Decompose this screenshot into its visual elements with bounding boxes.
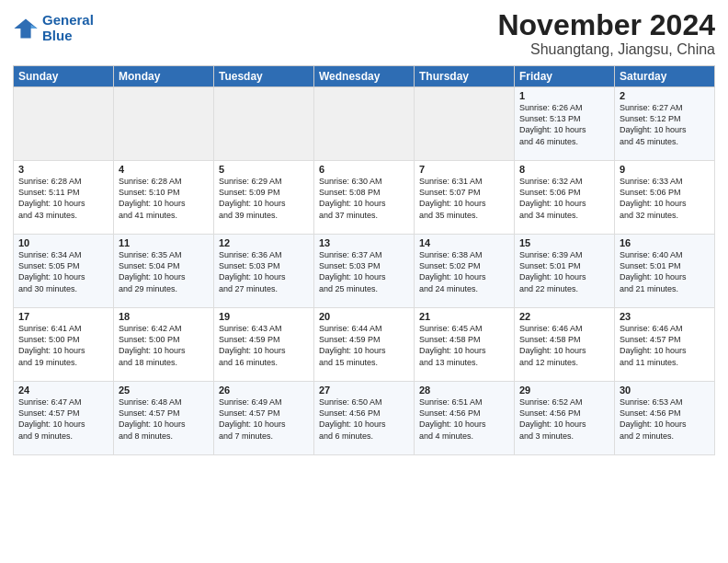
calendar-cell [14,87,114,161]
day-number: 18 [119,311,209,322]
day-number: 23 [620,311,710,322]
day-number: 6 [319,164,409,175]
day-info: Sunrise: 6:49 AM Sunset: 4:57 PM Dayligh… [219,396,309,442]
day-number: 11 [119,237,209,248]
calendar-cell: 23Sunrise: 6:46 AM Sunset: 4:57 PM Dayli… [615,308,715,382]
calendar-week-1: 3Sunrise: 6:28 AM Sunset: 5:11 PM Daylig… [14,161,715,235]
day-number: 20 [319,311,409,322]
calendar-cell: 3Sunrise: 6:28 AM Sunset: 5:11 PM Daylig… [14,161,114,235]
day-info: Sunrise: 6:32 AM Sunset: 5:06 PM Dayligh… [519,176,609,221]
day-number: 29 [519,385,609,396]
calendar-body: 1Sunrise: 6:26 AM Sunset: 5:13 PM Daylig… [14,87,715,455]
day-number: 17 [18,311,108,322]
calendar-cell: 24Sunrise: 6:47 AM Sunset: 4:57 PM Dayli… [14,382,114,455]
day-info: Sunrise: 6:53 AM Sunset: 4:56 PM Dayligh… [620,396,710,442]
header: General Blue November 2024 Shuangtang, J… [13,9,715,58]
day-number: 10 [18,237,108,248]
day-number: 4 [119,164,209,175]
calendar-cell: 14Sunrise: 6:38 AM Sunset: 5:02 PM Dayli… [415,235,515,308]
calendar-cell: 2Sunrise: 6:27 AM Sunset: 5:12 PM Daylig… [615,87,715,161]
logo-text: General Blue [42,13,94,43]
day-info: Sunrise: 6:47 AM Sunset: 4:57 PM Dayligh… [18,396,108,442]
day-info: Sunrise: 6:46 AM Sunset: 4:57 PM Dayligh… [620,323,710,368]
header-sunday: Sunday [14,66,114,87]
day-number: 26 [219,385,309,396]
day-info: Sunrise: 6:52 AM Sunset: 4:56 PM Dayligh… [519,396,609,442]
day-info: Sunrise: 6:35 AM Sunset: 5:04 PM Dayligh… [119,249,209,294]
calendar-cell: 17Sunrise: 6:41 AM Sunset: 5:00 PM Dayli… [14,308,114,382]
day-number: 7 [419,164,509,175]
calendar-cell: 7Sunrise: 6:31 AM Sunset: 5:07 PM Daylig… [415,161,515,235]
calendar-cell: 13Sunrise: 6:37 AM Sunset: 5:03 PM Dayli… [314,235,415,308]
header-friday: Friday [515,66,615,87]
calendar-cell: 5Sunrise: 6:29 AM Sunset: 5:09 PM Daylig… [214,161,314,235]
calendar-cell: 28Sunrise: 6:51 AM Sunset: 4:56 PM Dayli… [415,382,515,455]
calendar-cell: 18Sunrise: 6:42 AM Sunset: 5:00 PM Dayli… [114,308,214,382]
calendar-week-2: 10Sunrise: 6:34 AM Sunset: 5:05 PM Dayli… [14,235,715,308]
calendar-cell: 9Sunrise: 6:33 AM Sunset: 5:06 PM Daylig… [615,161,715,235]
calendar-cell: 25Sunrise: 6:48 AM Sunset: 4:57 PM Dayli… [114,382,214,455]
header-row: Sunday Monday Tuesday Wednesday Thursday… [14,66,715,87]
calendar-container: General Blue November 2024 Shuangtang, J… [0,0,728,563]
header-tuesday: Tuesday [214,66,314,87]
day-number: 16 [620,237,710,248]
location: Shuangtang, Jiangsu, China [497,41,715,58]
logo-line1: General [42,13,94,29]
calendar-header: Sunday Monday Tuesday Wednesday Thursday… [14,66,715,87]
calendar-cell: 11Sunrise: 6:35 AM Sunset: 5:04 PM Dayli… [114,235,214,308]
logo-line2: Blue [42,29,94,44]
day-info: Sunrise: 6:26 AM Sunset: 5:13 PM Dayligh… [519,102,609,147]
day-info: Sunrise: 6:38 AM Sunset: 5:02 PM Dayligh… [419,249,509,294]
calendar-cell: 27Sunrise: 6:50 AM Sunset: 4:56 PM Dayli… [314,382,415,455]
header-monday: Monday [114,66,214,87]
calendar-cell: 16Sunrise: 6:40 AM Sunset: 5:01 PM Dayli… [615,235,715,308]
calendar-cell [114,87,214,161]
calendar-table: Sunday Monday Tuesday Wednesday Thursday… [13,65,715,455]
day-info: Sunrise: 6:39 AM Sunset: 5:01 PM Dayligh… [519,249,609,294]
day-info: Sunrise: 6:40 AM Sunset: 5:01 PM Dayligh… [620,249,710,294]
day-number: 24 [18,385,108,396]
calendar-cell [214,87,314,161]
day-number: 19 [219,311,309,322]
day-number: 9 [620,164,710,175]
day-info: Sunrise: 6:34 AM Sunset: 5:05 PM Dayligh… [18,249,108,294]
day-number: 3 [18,164,108,175]
day-info: Sunrise: 6:48 AM Sunset: 4:57 PM Dayligh… [119,396,209,442]
calendar-cell: 22Sunrise: 6:46 AM Sunset: 4:58 PM Dayli… [515,308,615,382]
calendar-cell: 4Sunrise: 6:28 AM Sunset: 5:10 PM Daylig… [114,161,214,235]
header-thursday: Thursday [415,66,515,87]
day-number: 13 [319,237,409,248]
day-info: Sunrise: 6:36 AM Sunset: 5:03 PM Dayligh… [219,249,309,294]
calendar-cell: 15Sunrise: 6:39 AM Sunset: 5:01 PM Dayli… [515,235,615,308]
day-info: Sunrise: 6:37 AM Sunset: 5:03 PM Dayligh… [319,249,409,294]
calendar-cell: 30Sunrise: 6:53 AM Sunset: 4:56 PM Dayli… [615,382,715,455]
day-info: Sunrise: 6:28 AM Sunset: 5:11 PM Dayligh… [18,176,108,221]
day-number: 14 [419,237,509,248]
calendar-cell: 26Sunrise: 6:49 AM Sunset: 4:57 PM Dayli… [214,382,314,455]
day-info: Sunrise: 6:46 AM Sunset: 4:58 PM Dayligh… [519,323,609,368]
day-info: Sunrise: 6:45 AM Sunset: 4:58 PM Dayligh… [419,323,509,368]
month-title: November 2024 [497,9,715,41]
calendar-cell: 8Sunrise: 6:32 AM Sunset: 5:06 PM Daylig… [515,161,615,235]
day-number: 28 [419,385,509,396]
day-info: Sunrise: 6:28 AM Sunset: 5:10 PM Dayligh… [119,176,209,221]
day-info: Sunrise: 6:44 AM Sunset: 4:59 PM Dayligh… [319,323,409,368]
day-info: Sunrise: 6:43 AM Sunset: 4:59 PM Dayligh… [219,323,309,368]
title-block: November 2024 Shuangtang, Jiangsu, China [497,9,715,58]
calendar-week-3: 17Sunrise: 6:41 AM Sunset: 5:00 PM Dayli… [14,308,715,382]
logo: General Blue [13,13,94,43]
calendar-week-4: 24Sunrise: 6:47 AM Sunset: 4:57 PM Dayli… [14,382,715,455]
logo-icon [13,16,39,41]
calendar-cell: 29Sunrise: 6:52 AM Sunset: 4:56 PM Dayli… [515,382,615,455]
day-number: 27 [319,385,409,396]
day-info: Sunrise: 6:41 AM Sunset: 5:00 PM Dayligh… [18,323,108,368]
day-info: Sunrise: 6:30 AM Sunset: 5:08 PM Dayligh… [319,176,409,221]
calendar-cell: 1Sunrise: 6:26 AM Sunset: 5:13 PM Daylig… [515,87,615,161]
day-number: 12 [219,237,309,248]
header-saturday: Saturday [615,66,715,87]
day-number: 8 [519,164,609,175]
header-wednesday: Wednesday [314,66,415,87]
day-info: Sunrise: 6:31 AM Sunset: 5:07 PM Dayligh… [419,176,509,221]
day-info: Sunrise: 6:33 AM Sunset: 5:06 PM Dayligh… [620,176,710,221]
day-number: 15 [519,237,609,248]
